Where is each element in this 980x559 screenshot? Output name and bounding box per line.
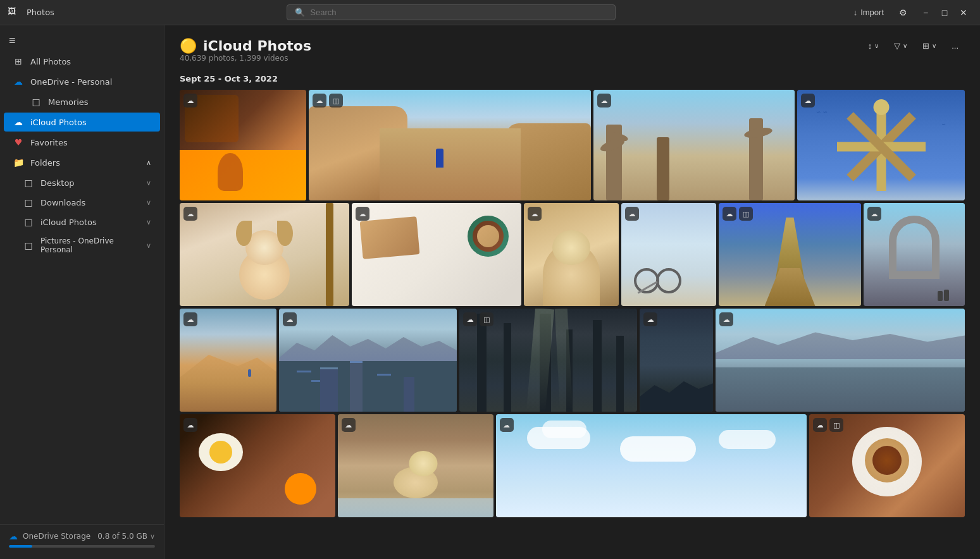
icloud-icon: ☁	[13, 117, 24, 127]
sidebar-item-all-photos[interactable]: ⊞ All Photos	[4, 52, 160, 71]
sidebar-item-desktop[interactable]: □ Desktop ∨	[14, 173, 160, 192]
photo-item[interactable]: ☁	[180, 414, 335, 517]
content-header: 🟡 iCloud Photos 40,639 photos, 1,399 vid…	[180, 38, 965, 71]
photo-item[interactable]: ☁	[593, 90, 795, 200]
sidebar-footer: ☁ OneDrive Storage 0.8 of 5.0 GB ∨	[0, 524, 164, 554]
settings-button[interactable]: ⚙	[894, 4, 912, 22]
photo-badge: ☁	[625, 207, 639, 221]
photo-row-3: ☁ ☁	[180, 309, 965, 412]
sidebar-item-memories[interactable]: □ Memories	[22, 92, 160, 111]
filter-button[interactable]: ▽ ∨	[888, 38, 914, 54]
view-button[interactable]: ⊞ ∨	[916, 38, 943, 54]
photo-item[interactable]: ☁ ◫	[459, 309, 637, 412]
photo-item[interactable]: ☁ ◫	[809, 414, 965, 517]
sidebar-item-label: Favorites	[30, 138, 68, 147]
photo-item[interactable]: ☁	[640, 309, 713, 412]
chevron-down-icon: ∨	[150, 532, 155, 541]
sort-icon: ↕	[868, 41, 872, 51]
photo-item[interactable]: ☁	[864, 203, 965, 306]
sidebar: ≡ ⊞ All Photos ☁ OneDrive - Personal □ M…	[0, 25, 164, 559]
onedrive-storage-icon: ☁	[9, 531, 18, 541]
photo-item[interactable]: ☁	[352, 203, 521, 306]
maximize-button[interactable]: □	[936, 4, 953, 22]
photo-badge-2: ◫	[739, 207, 753, 221]
storage-text: OneDrive Storage	[23, 532, 90, 541]
photo-item[interactable]: ☁	[716, 309, 965, 412]
sidebar-item-label: OneDrive - Personal	[30, 77, 112, 87]
sidebar-section-folders[interactable]: 📁 Folders ∧	[4, 153, 160, 172]
cloud-icon: ☁	[13, 77, 24, 87]
sidebar-item-onedrive[interactable]: ☁ OneDrive - Personal	[4, 72, 160, 91]
titlebar: 🖼 Photos 🔍 ↓ Import ⚙ − □ ✕	[0, 0, 980, 25]
folder-icon: 📁	[13, 157, 24, 168]
sort-button[interactable]: ↕ ∨	[862, 38, 886, 54]
folder-pictures-icon: □	[23, 240, 34, 250]
import-button[interactable]: ↓ Import	[848, 5, 889, 20]
storage-bar	[9, 545, 155, 548]
photo-badge: ☁	[867, 207, 881, 221]
sidebar-child-memories: □ Memories	[0, 92, 164, 112]
photo-badge-2: ◫	[480, 312, 493, 326]
close-button[interactable]: ✕	[955, 4, 972, 22]
photo-item[interactable]: ☁ ◫	[309, 90, 591, 200]
chevron-right-icon-3: ∨	[146, 218, 151, 226]
sidebar-item-pictures-onedrive[interactable]: □ Pictures - OneDrive Personal ∨	[14, 232, 160, 259]
content-title: 🟡 iCloud Photos	[180, 38, 311, 54]
search-bar[interactable]: 🔍	[287, 4, 616, 20]
folder-downloads-icon: □	[23, 197, 34, 207]
photo-badge-2: ◫	[329, 94, 343, 108]
photo-badge: ☁	[643, 312, 657, 326]
photo-badge: ☁	[719, 312, 733, 326]
photo-badge: ☁	[813, 418, 827, 432]
app-icon: 🖼	[8, 6, 20, 19]
photo-badge: ☁	[463, 312, 477, 326]
view-chevron: ∨	[932, 42, 936, 49]
photo-item[interactable]: ☁	[180, 203, 349, 306]
photo-item[interactable]: ☁	[180, 309, 276, 412]
sidebar-item-favorites[interactable]: ♥ Favorites	[4, 133, 160, 152]
memories-icon: □	[30, 97, 42, 107]
search-icon: 🔍	[295, 8, 305, 17]
grid-view-icon: ⊞	[922, 41, 929, 51]
photo-item[interactable]: ☁	[496, 414, 807, 517]
sidebar-item-icloud-photos[interactable]: ☁ iCloud Photos	[4, 113, 160, 132]
heart-icon: ♥	[13, 137, 24, 147]
photo-item[interactable]: ∽ ∽ ∽ ☁	[797, 90, 965, 200]
chevron-up-icon: ∧	[146, 159, 151, 167]
sidebar-item-downloads[interactable]: □ Downloads ∨	[14, 193, 160, 212]
sidebar-item-label: iCloud Photos	[30, 118, 87, 127]
date-range: Sept 25 - Oct 3, 2022	[180, 74, 965, 83]
photo-item[interactable]: ☁ ◫	[719, 203, 861, 306]
sidebar-item-icloud-folder[interactable]: □ iCloud Photos ∨	[14, 212, 160, 231]
titlebar-title: Photos	[27, 8, 54, 17]
photo-badge: ☁	[801, 94, 815, 108]
photo-badge: ☁	[183, 207, 197, 221]
photo-row-2: ☁ ☁ ☁	[180, 203, 965, 306]
photo-item[interactable]: ☁	[180, 90, 306, 200]
content-title-group: 🟡 iCloud Photos 40,639 photos, 1,399 vid…	[180, 38, 311, 71]
search-input[interactable]	[310, 8, 607, 17]
photo-badge: ☁	[283, 312, 297, 326]
photo-badge: ☁	[528, 207, 542, 221]
storage-bar-fill	[9, 545, 32, 548]
storage-label: ☁ OneDrive Storage 0.8 of 5.0 GB ∨	[9, 531, 155, 541]
photo-item[interactable]: ☁	[338, 414, 493, 517]
storage-label-left: ☁ OneDrive Storage	[9, 531, 90, 541]
chevron-right-icon-2: ∨	[146, 199, 151, 207]
import-label: Import	[860, 8, 884, 17]
more-button[interactable]: ...	[945, 38, 965, 54]
photo-item[interactable]: ☁	[279, 309, 457, 412]
sidebar-item-label: All Photos	[30, 57, 71, 66]
minimize-button[interactable]: −	[917, 4, 934, 22]
photo-badge: ☁	[597, 94, 611, 108]
folder-children: □ Desktop ∨ □ Downloads ∨ □ iCloud Photo…	[0, 173, 164, 259]
folder-icloud-icon: □	[23, 217, 34, 227]
sidebar-item-label: Memories	[48, 97, 89, 107]
chevron-right-icon: ∨	[146, 179, 151, 187]
photo-item[interactable]: ☁	[524, 203, 619, 306]
content-title-text: iCloud Photos	[203, 38, 311, 54]
more-icon: ...	[952, 41, 958, 51]
sidebar-item-label: iCloud Photos	[40, 218, 97, 227]
photo-item[interactable]: ☁	[621, 203, 716, 306]
sidebar-menu-button[interactable]: ≡	[0, 30, 164, 51]
